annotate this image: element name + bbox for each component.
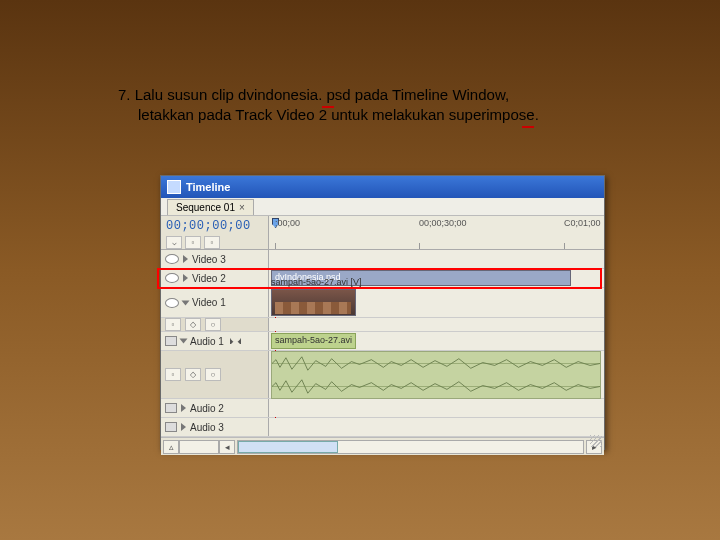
track-controls[interactable]: ▫ ◇ ○ xyxy=(161,351,269,398)
scrollbar-track[interactable] xyxy=(237,440,584,454)
tab-label: Sequence 01 xyxy=(176,202,235,213)
track-video-2: Video 2 dvIndonesia.psd xyxy=(161,269,604,288)
zoom-slider-icon[interactable]: ▵ xyxy=(163,440,179,454)
clip-label: sampah-5ao-27.avi [V] xyxy=(271,277,362,287)
snap-icon[interactable]: ⌵ xyxy=(166,236,182,249)
key-icon[interactable]: ○ xyxy=(205,318,221,331)
track-label: Audio 1 xyxy=(190,336,224,347)
scroll-left-icon[interactable]: ◂ xyxy=(219,440,235,454)
tick-mark xyxy=(419,243,420,249)
clip-audio-sampah[interactable]: sampah-5ao-27.avi [A] xyxy=(271,333,356,349)
scrollbar-thumb[interactable] xyxy=(238,441,338,453)
close-icon[interactable]: × xyxy=(239,202,245,213)
track-video-3: Video 3 xyxy=(161,250,604,269)
track-head-audio-2[interactable]: Audio 2 xyxy=(161,399,269,417)
track-audio-3: Audio 3 xyxy=(161,418,604,437)
horizontal-scrollbar[interactable]: ▵ ◂ ▸ xyxy=(161,437,604,455)
zoom-slider[interactable] xyxy=(179,440,219,454)
tool-icon[interactable]: ▫ xyxy=(185,236,201,249)
box-icon[interactable]: ▫ xyxy=(165,368,181,381)
track-lane-audio-2[interactable] xyxy=(269,399,604,417)
track-lane-video-3[interactable] xyxy=(269,250,604,268)
track-head-video-2[interactable]: Video 2 xyxy=(161,269,269,287)
time-ruler[interactable]: ;00;00 00;00;30;00 C0;01;00 xyxy=(269,216,604,249)
waveform-lane[interactable] xyxy=(269,351,604,398)
underline-decor xyxy=(322,106,334,108)
eye-icon[interactable] xyxy=(165,254,179,264)
expand-arrow-icon[interactable] xyxy=(180,339,188,344)
opacity-icon[interactable]: ◇ xyxy=(185,318,201,331)
track-label: Video 1 xyxy=(192,297,226,308)
track-controls[interactable]: ▫ ◇ ○ xyxy=(161,318,269,331)
key-icon[interactable]: ○ xyxy=(205,368,221,381)
box-icon[interactable]: ▫ xyxy=(165,318,181,331)
tab-sequence-01[interactable]: Sequence 01 × xyxy=(167,199,254,215)
expand-arrow-icon[interactable] xyxy=(183,255,188,263)
time-tool-row: ⌵ ▫ ▫ xyxy=(166,236,263,249)
ruler-tick-label: 00;00;30;00 xyxy=(419,218,467,228)
track-lane-audio-3[interactable] xyxy=(269,418,604,436)
track-audio-2: Audio 2 xyxy=(161,399,604,418)
window-titlebar[interactable]: Timeline xyxy=(161,176,604,198)
track-video-1-controls: ▫ ◇ ○ xyxy=(161,318,604,332)
time-header-left: 00;00;00;00 ⌵ ▫ ▫ xyxy=(161,216,269,249)
window-title: Timeline xyxy=(186,181,230,193)
expand-arrow-icon[interactable] xyxy=(181,423,186,431)
tracks-area: Video 3 Video 2 dvIndonesia.psd Video 1 xyxy=(161,250,604,437)
vol-icon[interactable]: ◇ xyxy=(185,368,201,381)
underline-decor xyxy=(522,126,534,128)
speaker-icon[interactable] xyxy=(165,422,177,432)
track-head-audio-1[interactable]: Audio 1 ⏵⏴ xyxy=(161,332,269,350)
tool-icon[interactable]: ▫ xyxy=(204,236,220,249)
eye-icon[interactable] xyxy=(165,298,179,308)
track-audio-1: Audio 1 ⏵⏴ sampah-5ao-27.avi [A] xyxy=(161,332,604,351)
sequence-tab-strip: Sequence 01 × xyxy=(161,198,604,216)
track-head-audio-3[interactable]: Audio 3 xyxy=(161,418,269,436)
caption-line1: 7. Lalu susun clip dvindonesia. psd pada… xyxy=(118,85,539,105)
resize-grip-icon[interactable] xyxy=(590,435,602,447)
speaker-icon[interactable] xyxy=(165,336,177,346)
track-lane-audio-1[interactable]: sampah-5ao-27.avi [A] xyxy=(269,332,604,350)
ruler-tick-label: ;00;00 xyxy=(275,218,300,228)
track-label: Video 3 xyxy=(192,254,226,265)
expand-arrow-icon[interactable] xyxy=(183,274,188,282)
track-label: Audio 2 xyxy=(190,403,224,414)
track-head-video-1[interactable]: Video 1 xyxy=(161,288,269,317)
track-lane-video-1[interactable]: sampah-5ao-27.avi [V] xyxy=(269,288,604,317)
stereo-icon: ⏵⏴ xyxy=(228,337,244,346)
track-controls-lane xyxy=(269,318,604,331)
track-audio-1-wave: ▫ ◇ ○ xyxy=(161,351,604,399)
time-ruler-header: 00;00;00;00 ⌵ ▫ ▫ ;00;00 00;00;30;00 C0;… xyxy=(161,216,604,250)
track-label: Video 2 xyxy=(192,273,226,284)
clip-label: sampah-5ao-27.avi [A] xyxy=(275,335,356,345)
track-video-1: Video 1 sampah-5ao-27.avi [V] xyxy=(161,288,604,318)
speaker-icon[interactable] xyxy=(165,403,177,413)
eye-icon[interactable] xyxy=(165,273,179,283)
clip-video-sampah[interactable] xyxy=(271,289,356,316)
caption-line2: letakkan pada Track Video 2 untuk melaku… xyxy=(138,105,539,125)
tick-mark xyxy=(564,243,565,249)
expand-arrow-icon[interactable] xyxy=(181,404,186,412)
tick-mark xyxy=(275,243,276,249)
timeline-app-icon xyxy=(167,180,181,194)
timeline-window: Timeline Sequence 01 × 00;00;00;00 ⌵ ▫ ▫… xyxy=(160,175,605,450)
audio-waveform[interactable] xyxy=(271,351,601,399)
ruler-tick-label: C0;01;00 xyxy=(564,218,601,228)
track-label: Audio 3 xyxy=(190,422,224,433)
expand-arrow-icon[interactable] xyxy=(182,300,190,305)
track-head-video-3[interactable]: Video 3 xyxy=(161,250,269,268)
current-timecode[interactable]: 00;00;00;00 xyxy=(166,219,263,233)
